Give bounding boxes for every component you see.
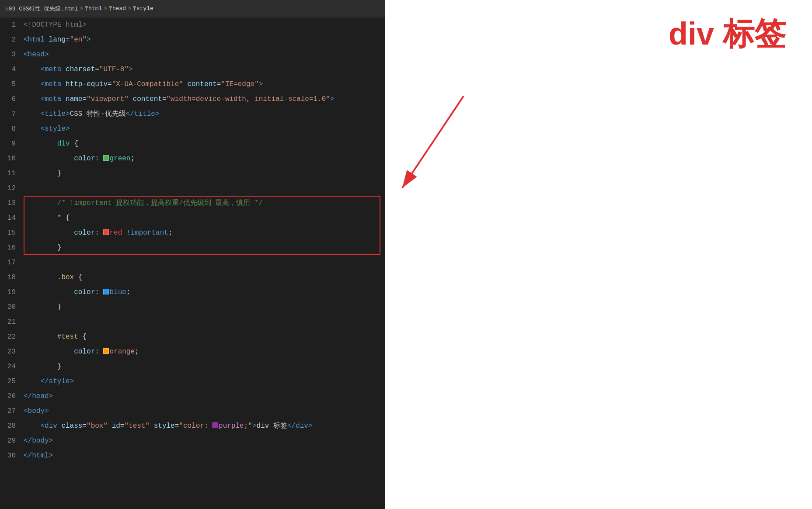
token-tag: <title>	[40, 110, 70, 118]
code-line: 19 color: blue;	[0, 285, 385, 300]
token-tag: >	[330, 95, 335, 103]
line-content: color: orange;	[24, 344, 385, 359]
token-tag: >	[252, 422, 257, 430]
code-line: 4 <meta charset="UTF-8">	[0, 62, 385, 77]
code-line: 30</html>	[0, 448, 385, 463]
token-val: "IE=edge"	[221, 80, 258, 88]
line-content: </style>	[24, 374, 385, 389]
token-val: "color:	[179, 422, 213, 430]
line-number: 2	[0, 32, 24, 47]
token-plain: {	[61, 214, 70, 222]
breadcrumb-sep1: >	[80, 5, 83, 12]
token-attr: content	[183, 80, 217, 88]
line-number: 23	[0, 344, 24, 359]
token-plain: ;	[135, 348, 139, 356]
token-plain	[24, 229, 74, 237]
line-number: 20	[0, 300, 24, 315]
token-equals: =	[108, 80, 112, 88]
red-color-swatch	[103, 229, 109, 235]
code-line: 23 color: orange;	[0, 344, 385, 359]
token-attr: content	[129, 95, 162, 103]
token-attr: name	[61, 95, 82, 103]
token-plain	[24, 363, 57, 370]
token-plain	[24, 348, 74, 356]
token-equals: =	[82, 422, 87, 430]
token-plain: ;	[126, 288, 131, 296]
token-plain	[24, 80, 40, 88]
code-line: 26</head>	[0, 389, 385, 404]
token-plain: }	[57, 244, 62, 252]
token-plain: {	[74, 274, 82, 281]
line-content: <meta http-equiv="X-UA-Compatible" conte…	[24, 77, 385, 92]
code-line: 1<!DOCTYPE html>	[0, 17, 385, 32]
line-number: 4	[0, 62, 24, 77]
token-equals: =	[95, 66, 99, 73]
breadcrumb-sep3: >	[128, 5, 131, 12]
token-plain: {	[78, 333, 87, 341]
green-color-swatch	[103, 155, 109, 161]
line-number: 25	[0, 374, 24, 389]
token-tag: <style>	[40, 125, 70, 133]
token-equals: =	[66, 36, 70, 44]
line-number: 10	[0, 151, 24, 166]
token-val: ;"	[244, 422, 252, 430]
code-line: 5 <meta http-equiv="X-UA-Compatible" con…	[0, 77, 385, 92]
token-equals: =	[175, 422, 179, 430]
code-line: 10 color: green;	[0, 151, 385, 166]
line-number: 5	[0, 77, 24, 92]
code-line: 9 div {	[0, 136, 385, 151]
token-plain	[24, 422, 40, 430]
token-property: color	[74, 288, 95, 296]
line-content: <meta name="viewport" content="width=dev…	[24, 92, 385, 107]
code-line: 8 <style>	[0, 121, 385, 136]
line-number: 24	[0, 359, 24, 374]
token-plain: :	[95, 288, 103, 296]
line-content: </head>	[24, 389, 385, 404]
line-content: <body>	[24, 404, 385, 419]
token-val: "width=device-width, initial-scale=1.0"	[166, 95, 330, 103]
token-selector-class: .box	[57, 274, 74, 281]
line-content: <head>	[24, 47, 385, 62]
line-content: color: red !important;	[24, 225, 385, 240]
line-number: 3	[0, 47, 24, 62]
blue-color-swatch	[103, 289, 109, 294]
line-content: <div class="box" id="test" style="color:…	[24, 419, 385, 433]
code-area[interactable]: 1<!DOCTYPE html>2<html lang="en">3<head>…	[0, 17, 385, 509]
line-number: 29	[0, 433, 24, 448]
token-color-red: red	[109, 229, 122, 237]
token-plain	[24, 155, 74, 163]
line-content: color: blue;	[24, 285, 385, 300]
code-line: 20 }	[0, 300, 385, 315]
token-plain	[24, 140, 57, 148]
breadcrumb-style: style	[136, 5, 153, 12]
token-tag: <meta	[40, 80, 61, 88]
token-plain: :	[95, 229, 103, 237]
token-equals: =	[82, 95, 87, 103]
code-line: 12	[0, 181, 385, 196]
breadcrumb-head: head	[112, 5, 126, 12]
line-number: 8	[0, 121, 24, 136]
breadcrumb-file-icon: ◇	[5, 5, 9, 12]
token-plain	[24, 214, 57, 222]
token-equals: =	[217, 80, 221, 88]
token-val: "en"	[70, 36, 87, 44]
annotation-text: div 标签	[669, 13, 786, 55]
token-tag: <meta	[40, 66, 61, 73]
token-plain: }	[57, 363, 62, 370]
line-number: 13	[0, 196, 24, 211]
code-line: 2<html lang="en">	[0, 32, 385, 47]
line-content: /* !important 提权功能，提高权重/优先级到 最高，慎用 */	[24, 196, 385, 211]
breadcrumb-html-icon: ⍑	[85, 5, 88, 12]
token-plain	[24, 288, 74, 296]
code-line: 17	[0, 255, 385, 270]
line-number: 14	[0, 211, 24, 225]
code-line: 6 <meta name="viewport" content="width=d…	[0, 92, 385, 107]
code-line: 11 }	[0, 166, 385, 181]
line-content: .box {	[24, 270, 385, 285]
line-content: <html lang="en">	[24, 32, 385, 47]
token-val: "test"	[124, 422, 150, 430]
token-attr: http-equiv	[61, 80, 108, 88]
breadcrumb-file: 09-CSS特性-优先级.html	[9, 5, 78, 13]
purple-color-swatch	[213, 422, 218, 428]
token-selector-element: div	[57, 140, 70, 148]
